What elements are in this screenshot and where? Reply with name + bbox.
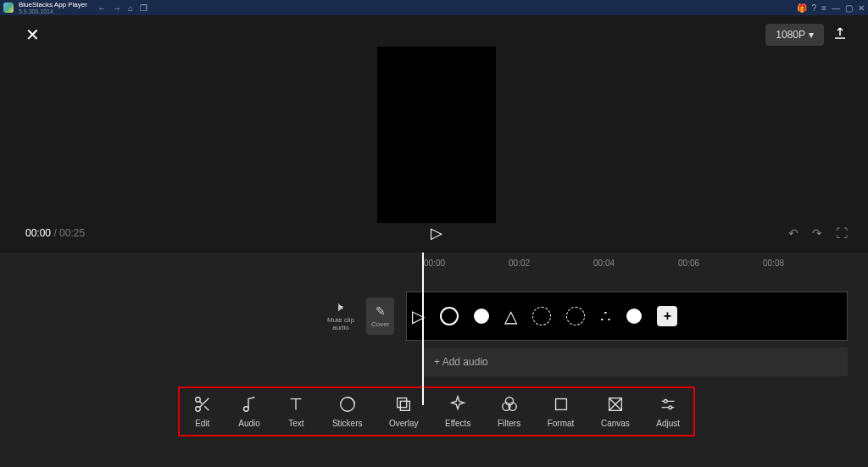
svg-rect-9 [555, 399, 566, 410]
play-button[interactable]: ▷ [431, 224, 442, 242]
maximize-icon[interactable]: ▢ [845, 3, 853, 13]
forward-icon[interactable]: → [113, 3, 121, 13]
sliders-icon [659, 395, 677, 414]
ruler-mark: 00:00 [424, 259, 509, 268]
chevron-down-icon: ▾ [809, 29, 814, 41]
text-icon [287, 395, 305, 414]
close-editor-icon[interactable]: ✕ [25, 25, 40, 45]
ruler-mark: 00:08 [763, 259, 848, 268]
video-editor: ✕ 1080P ▾ 00:00 / 00:25 [0, 15, 868, 467]
canvas-tool[interactable]: Canvas [601, 395, 630, 428]
undo-icon[interactable]: ↶ [788, 226, 798, 240]
cover-button[interactable]: ✎ Cover [366, 297, 394, 336]
gift-icon[interactable]: 🎁 [797, 3, 807, 13]
time-current: 00:00 [25, 227, 51, 239]
speaker-icon: 🕨 [335, 300, 347, 314]
scissors-icon [193, 395, 212, 414]
tool-label: Overlay [389, 419, 418, 428]
tool-label: Effects [445, 419, 470, 428]
fullscreen-icon[interactable]: ⛶ [836, 226, 848, 240]
version-text: 5.9.300.1014 [19, 8, 87, 14]
cover-label: Cover [371, 321, 389, 329]
overlay-icon [394, 395, 413, 414]
video-preview[interactable] [377, 47, 496, 223]
app-name: BlueStacks App Player [19, 1, 87, 8]
close-window-icon[interactable]: ✕ [858, 3, 865, 13]
menu-icon[interactable]: ≡ [821, 3, 826, 13]
nav-controls: ← → ⌂ ❐ [97, 3, 147, 13]
tool-label: Text [288, 419, 303, 428]
clip-frame-icon [566, 307, 585, 325]
svg-rect-4 [398, 398, 407, 408]
svg-point-2 [244, 407, 249, 412]
adjust-tool[interactable]: Adjust [656, 395, 680, 428]
add-clip-button[interactable]: + [657, 306, 677, 326]
stickers-tool[interactable]: Stickers [332, 395, 363, 428]
canvas-icon [606, 395, 625, 414]
home-icon[interactable]: ⌂ [128, 3, 133, 13]
ruler-mark: 00:06 [678, 259, 763, 268]
resolution-label: 1080P [776, 29, 805, 41]
tool-label: Stickers [332, 419, 363, 428]
sticker-icon [338, 395, 357, 414]
ruler-mark: 00:02 [509, 259, 593, 268]
tool-label: Format [548, 419, 575, 428]
tool-label: Adjust [656, 419, 680, 428]
back-icon[interactable]: ← [97, 3, 106, 13]
clip-frame-icon: ∴ [600, 306, 611, 326]
clip-frame-icon [626, 309, 642, 324]
edit-tool[interactable]: Edit [193, 395, 212, 428]
filters-tool[interactable]: Filters [498, 395, 520, 428]
redo-icon[interactable]: ↷ [812, 226, 822, 240]
mute-clip-button[interactable]: 🕨 Mute clip audio [320, 297, 361, 336]
title-bar: BlueStacks App Player 5.9.300.1014 ← → ⌂… [0, 0, 868, 15]
clip-frame-icon [532, 307, 551, 325]
video-clip-track[interactable]: ▷ △ ∴ + [406, 292, 848, 341]
svg-point-0 [196, 398, 201, 403]
playhead[interactable] [422, 253, 424, 405]
tabs-icon[interactable]: ❐ [140, 3, 147, 13]
export-icon[interactable] [832, 25, 848, 44]
format-icon [552, 395, 570, 414]
format-tool[interactable]: Format [548, 395, 575, 428]
tool-label: Filters [498, 419, 520, 428]
add-audio-button[interactable]: + Add audio [422, 347, 848, 376]
minimize-icon[interactable]: — [832, 3, 840, 13]
music-note-icon [240, 395, 259, 414]
preview-panel: ✕ 1080P ▾ 00:00 / 00:25 [0, 15, 868, 253]
timeline-panel: 00:00 00:02 00:04 00:06 00:08 🕨 Mute cli… [0, 253, 868, 467]
title-right-controls: 🎁 ? ≡ — ▢ ✕ [797, 3, 865, 13]
mute-label: Mute clip audio [324, 317, 358, 332]
svg-point-12 [669, 406, 672, 409]
time-total: 00:25 [59, 227, 85, 239]
timecode: 00:00 / 00:25 [25, 227, 85, 239]
tool-label: Audio [238, 419, 260, 428]
timeline-ruler[interactable]: 00:00 00:02 00:04 00:06 00:08 [424, 253, 848, 273]
help-icon[interactable]: ? [812, 3, 817, 13]
editor-toolbar: Edit Audio Text Stickers Overlay [178, 386, 695, 436]
ruler-mark: 00:04 [593, 259, 678, 268]
clip-frame-icon [440, 307, 459, 325]
sparkle-icon [448, 395, 467, 414]
svg-point-11 [665, 400, 668, 403]
tool-label: Canvas [601, 419, 630, 428]
clip-frame-icon [474, 309, 489, 324]
audio-tool[interactable]: Audio [238, 395, 260, 428]
clip-frame-icon: △ [504, 306, 517, 326]
resolution-dropdown[interactable]: 1080P ▾ [765, 24, 824, 46]
tool-label: Edit [195, 419, 209, 428]
pencil-icon: ✎ [376, 304, 386, 318]
filters-icon [500, 395, 519, 414]
overlay-tool[interactable]: Overlay [389, 395, 418, 428]
bluestacks-logo [3, 3, 14, 13]
text-tool[interactable]: Text [287, 395, 305, 428]
svg-rect-5 [401, 401, 410, 410]
effects-tool[interactable]: Effects [445, 395, 470, 428]
svg-point-1 [196, 407, 201, 412]
